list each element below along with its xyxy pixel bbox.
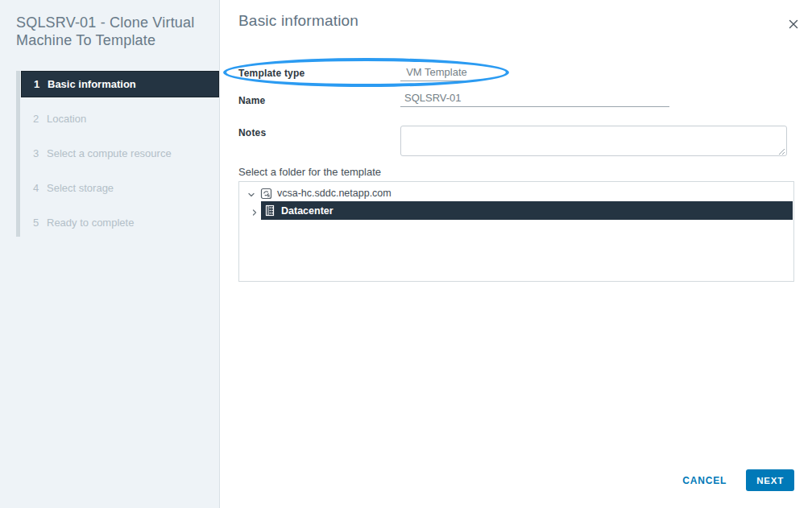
step-number: 2 [33,113,47,125]
sidebar-step-location: 2 Location [21,105,219,132]
step-label: Select a compute resource [47,147,172,159]
step-number: 3 [33,147,47,159]
name-input[interactable]: SQLSRV-01 [400,92,669,107]
steps-progress-bar [16,71,20,237]
tree-row-vcenter[interactable]: vcsa-hc.sddc.netapp.com [239,184,793,202]
step-label: Location [47,113,86,125]
template-type-select[interactable]: VM Template [400,66,473,81]
step-label: Basic information [48,78,136,90]
notes-label: Notes [238,127,266,138]
wizard-footer: CANCEL NEXT [682,469,794,491]
template-type-label: Template type [238,68,304,79]
sidebar-step-basic-information[interactable]: 1 Basic information [21,71,219,97]
folder-tree: vcsa-hc.sddc.netapp.com D [238,181,794,282]
step-label: Select storage [47,182,114,194]
tree-item-label: Datacenter [281,205,334,217]
sidebar-step-select-storage: 4 Select storage [21,175,219,201]
notes-textarea[interactable] [400,126,787,156]
datacenter-icon [264,204,276,217]
wizard-sidebar: SQLSRV-01 - Clone Virtual Machine To Tem… [0,0,220,508]
sidebar-step-select-compute-resource: 3 Select a compute resource [21,140,219,167]
page-title: Basic information [238,12,358,30]
next-button[interactable]: NEXT [746,469,794,491]
cancel-button[interactable]: CANCEL [682,475,727,486]
chevron-down-icon[interactable] [246,188,256,198]
vcenter-server-icon [260,188,272,200]
chevron-right-icon[interactable] [250,206,259,216]
tree-row-datacenter[interactable]: Datacenter [261,201,793,220]
folder-section-label: Select a folder for the template [238,166,381,178]
sidebar-step-ready-to-complete: 5 Ready to complete [21,209,219,236]
textarea-resize-handle[interactable] [778,148,785,155]
tree-item-label: vcsa-hc.sddc.netapp.com [277,188,392,199]
clone-vm-wizard-dialog: SQLSRV-01 - Clone Virtual Machine To Tem… [0,0,812,508]
step-number: 5 [33,217,47,229]
step-number: 1 [34,78,48,90]
wizard-title: SQLSRV-01 - Clone Virtual Machine To Tem… [16,14,209,49]
step-label: Ready to complete [47,217,134,229]
name-label: Name [238,95,265,106]
step-number: 4 [33,182,47,194]
close-icon[interactable] [787,18,800,31]
